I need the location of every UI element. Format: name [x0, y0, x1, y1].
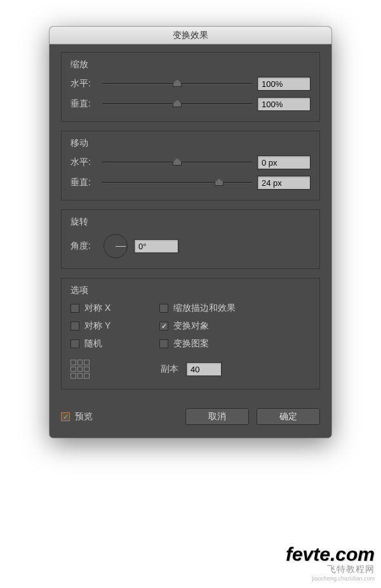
watermark-main: fevte.com [286, 545, 375, 564]
options-group: 选项 对称 X 缩放描边和效果 对称 Y [61, 278, 320, 389]
move-horizontal-label: 水平: [70, 157, 97, 168]
transform-objects-label: 变换对象 [173, 320, 209, 332]
scale-group-label: 缩放 [70, 59, 311, 70]
scale-group: 缩放 水平: 100% 垂直: 100% [61, 52, 320, 122]
checkbox-icon [159, 304, 168, 313]
preview-label: 预览 [75, 411, 93, 422]
move-vertical-row: 垂直: 24 px [70, 176, 311, 190]
move-vertical-input[interactable]: 24 px [257, 176, 311, 190]
scale-strokes-label: 缩放描边和效果 [173, 303, 236, 314]
move-horizontal-slider[interactable] [102, 157, 252, 167]
title-bar: 变换效果 [50, 27, 331, 44]
dialog-window: 变换效果 缩放 水平: 100% 垂直: 100% [50, 27, 331, 438]
checkbox-icon [159, 339, 168, 348]
checkbox-icon: ✓ [159, 322, 168, 330]
transform-patterns-label: 变换图案 [173, 338, 209, 350]
reflect-y-label: 对称 Y [84, 320, 110, 332]
checkbox-icon: ✓ [61, 412, 70, 421]
copies-input[interactable]: 40 [186, 362, 222, 376]
move-group-label: 移动 [70, 138, 311, 149]
transform-objects-checkbox[interactable]: ✓ 变换对象 [159, 320, 209, 332]
checkbox-icon [70, 322, 79, 330]
scale-horizontal-row: 水平: 100% [70, 77, 311, 91]
scale-vertical-label: 垂直: [70, 98, 97, 110]
random-label: 随机 [84, 338, 102, 350]
scale-horizontal-input[interactable]: 100% [257, 77, 311, 91]
rotate-group-label: 旋转 [70, 216, 311, 228]
random-checkbox[interactable]: 随机 [70, 338, 159, 350]
watermark: fevte.com 飞特教程网 jiaocheng.chazidian.com [286, 545, 375, 582]
scale-horizontal-label: 水平: [70, 78, 97, 89]
dialog-content: 缩放 水平: 100% 垂直: 100% 移动 水平: [50, 44, 331, 438]
move-horizontal-row: 水平: 0 px [70, 155, 311, 169]
angle-row: 角度: 0° [70, 234, 311, 258]
angle-label: 角度: [70, 240, 97, 252]
move-vertical-label: 垂直: [70, 177, 97, 188]
scale-vertical-slider[interactable] [102, 99, 252, 109]
angle-dial[interactable] [104, 234, 128, 258]
button-group: 取消 确定 [185, 408, 320, 425]
watermark-tiny: jiaocheng.chazidian.com [286, 575, 375, 582]
transform-patterns-checkbox[interactable]: 变换图案 [159, 338, 209, 350]
angle-input[interactable]: 0° [134, 239, 178, 253]
reflect-y-checkbox[interactable]: 对称 Y [70, 320, 159, 332]
copies-row: 副本 40 [70, 360, 311, 379]
checkbox-icon [70, 339, 79, 348]
rotate-group: 旋转 角度: 0° [61, 209, 320, 269]
preview-checkbox[interactable]: ✓ 预览 [61, 411, 93, 422]
move-group: 移动 水平: 0 px 垂直: 24 px [61, 131, 320, 200]
options-group-label: 选项 [70, 285, 311, 296]
bottom-row: ✓ 预览 取消 确定 [61, 408, 320, 425]
scale-vertical-input[interactable]: 100% [257, 97, 311, 111]
scale-strokes-checkbox[interactable]: 缩放描边和效果 [159, 303, 236, 314]
copies-label: 副本 [161, 363, 178, 375]
scale-vertical-row: 垂直: 100% [70, 97, 311, 111]
registration-point[interactable] [70, 360, 90, 379]
checkbox-icon [70, 304, 79, 313]
move-horizontal-input[interactable]: 0 px [257, 155, 311, 169]
move-vertical-slider[interactable] [102, 178, 252, 188]
ok-button[interactable]: 确定 [257, 408, 320, 425]
reflect-x-label: 对称 X [84, 303, 110, 314]
dialog-title: 变换效果 [173, 30, 208, 41]
reflect-x-checkbox[interactable]: 对称 X [70, 303, 159, 314]
scale-horizontal-slider[interactable] [102, 79, 252, 89]
watermark-sub: 飞特教程网 [286, 564, 375, 575]
cancel-button[interactable]: 取消 [185, 408, 249, 425]
